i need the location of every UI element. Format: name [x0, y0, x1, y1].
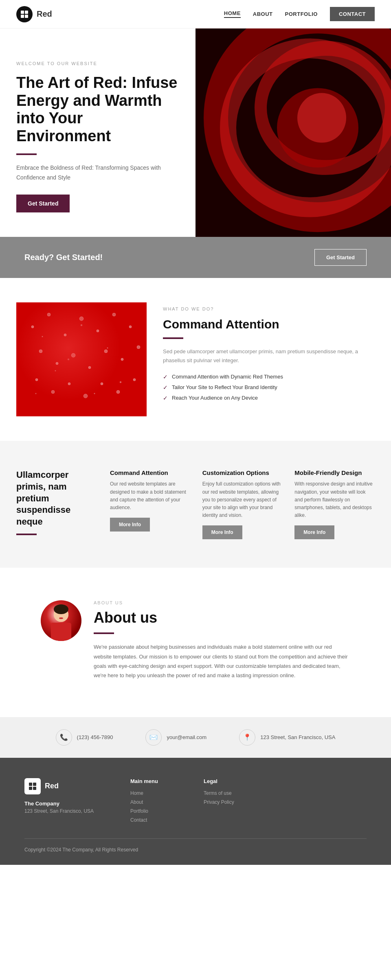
check-icon-1: ✓ — [163, 374, 168, 380]
svg-rect-0 — [21, 11, 24, 14]
about-inner: ABOUT US About us We're passionate about… — [41, 600, 350, 680]
feature-card-3: Mobile-Friendly Design With responsive d… — [294, 469, 375, 539]
contact-info: 📞 (123) 456-7890 ✉️ your@email.com 📍 123… — [0, 717, 391, 758]
what-eyebrow: WHAT DO WE DO? — [163, 306, 375, 311]
what-desc: Sed pede ullamcorper amet ullamcorper pr… — [163, 347, 375, 365]
address-icon-wrap: 📍 — [239, 729, 255, 746]
footer-address: 123 Street, San Francisco, USA — [24, 808, 106, 814]
svg-rect-38 — [33, 783, 36, 786]
footer: Red The Company 123 Street, San Francisc… — [0, 758, 391, 865]
logo-svg — [20, 9, 29, 19]
svg-rect-10 — [16, 302, 147, 416]
about-text-block: ABOUT US About us We're passionate about… — [94, 600, 350, 680]
footer-logo: Red — [24, 778, 106, 794]
svg-point-15 — [97, 330, 99, 332]
footer-link-portfolio[interactable]: Portfolio — [130, 808, 179, 814]
svg-point-18 — [39, 350, 42, 353]
feature-card-title-3: Mobile-Friendly Design — [294, 469, 375, 476]
about-avatar-image — [41, 600, 81, 641]
email-icon: ✉️ — [149, 733, 158, 741]
list-item: ✓ Command Attention with Dynamic Red The… — [163, 374, 375, 380]
svg-point-13 — [64, 334, 66, 336]
contact-button[interactable]: CONTACT — [330, 7, 375, 21]
nav-about[interactable]: ABOUT — [253, 11, 273, 17]
feature-card-title-2: Customization Options — [202, 469, 283, 476]
footer-link-contact[interactable]: Contact — [130, 817, 179, 823]
list-item: ✓ Tailor Your Site to Reflect Your Brand… — [163, 384, 375, 391]
location-icon: 📍 — [243, 733, 251, 741]
svg-point-16 — [112, 313, 116, 316]
svg-point-19 — [56, 362, 58, 365]
what-image — [16, 302, 147, 416]
hero-title: The Art of Red: Infuse Energy and Warmth… — [16, 74, 179, 145]
footer-main-menu: Main menu Home About Portfolio Contact — [130, 778, 179, 826]
list-item-text-2: Tailor Your Site to Reflect Your Brand I… — [172, 384, 277, 390]
email-icon-wrap: ✉️ — [145, 729, 162, 746]
svg-rect-1 — [25, 11, 28, 14]
hero-description: Embrace the Boldness of Red: Transformin… — [16, 163, 179, 183]
contact-address: 📍 123 Street, San Francisco, USA — [239, 729, 335, 746]
feature-card-desc-2: Enjoy full customization options with ou… — [202, 480, 283, 519]
svg-point-21 — [88, 366, 91, 369]
about-title: About us — [94, 609, 350, 626]
check-icon-3: ✓ — [163, 395, 168, 401]
footer-link-home[interactable]: Home — [130, 790, 179, 796]
svg-rect-39 — [29, 787, 32, 790]
svg-point-25 — [35, 378, 38, 381]
svg-point-12 — [47, 313, 51, 316]
features-headline-text: Ullamcorper primis, nam pretium suspendi… — [16, 469, 98, 527]
phone-icon: 📞 — [60, 733, 68, 741]
svg-point-28 — [83, 394, 88, 398]
hero-eyebrow: WELCOME TO OUR WEBSITE — [16, 61, 179, 66]
svg-point-26 — [51, 390, 55, 394]
footer-copyright: Copyright ©2024 The Company, All Rights … — [24, 847, 367, 853]
about-avatar — [41, 600, 81, 641]
what-list: ✓ Command Attention with Dynamic Red The… — [163, 374, 375, 401]
footer-legal: Legal Terms of use Privacy Policy — [204, 778, 253, 826]
features-headline: Ullamcorper primis, nam pretium suspendi… — [16, 469, 98, 535]
what-content: WHAT DO WE DO? Command Attention Sed ped… — [163, 302, 375, 405]
hero-svg — [196, 28, 391, 237]
svg-point-36 — [59, 617, 63, 619]
footer-link-privacy[interactable]: Privacy Policy — [204, 799, 253, 805]
svg-point-35 — [54, 604, 68, 614]
feature-more-btn-2[interactable]: More Info — [202, 525, 242, 539]
logo-icon — [16, 6, 33, 22]
about-divider — [94, 632, 114, 634]
footer-logo-text: Red — [45, 782, 59, 790]
phone-icon-wrap: 📞 — [56, 729, 72, 746]
about-section: ABOUT US About us We're passionate about… — [0, 568, 391, 717]
footer-link-terms[interactable]: Terms of use — [204, 790, 253, 796]
hero-content: WELCOME TO OUR WEBSITE The Art of Red: I… — [0, 28, 196, 237]
footer-logo-svg — [28, 781, 37, 791]
hero-image — [196, 28, 391, 237]
hero-divider — [16, 153, 37, 155]
contact-phone: 📞 (123) 456-7890 — [56, 729, 113, 746]
navbar: Red HOME ABOUT PORTFOLIO CONTACT — [0, 0, 391, 28]
feature-card-desc-1: Our red website templates are designed t… — [110, 480, 190, 512]
footer-link-about[interactable]: About — [130, 799, 179, 805]
svg-rect-33 — [51, 623, 71, 641]
address-text: 123 Street, San Francisco, USA — [260, 734, 335, 740]
hero-curves — [196, 28, 391, 237]
what-svg — [16, 302, 147, 416]
footer-bottom: Copyright ©2024 The Company, All Rights … — [24, 838, 367, 853]
footer-brand: Red The Company 123 Street, San Francisc… — [24, 778, 106, 826]
svg-point-14 — [79, 317, 83, 321]
cta-banner-button[interactable]: Get Started — [314, 249, 367, 266]
what-title: Command Attention — [163, 317, 375, 331]
nav-home[interactable]: HOME — [224, 10, 241, 18]
contact-email: ✉️ your@email.com — [145, 729, 206, 746]
nav-portfolio[interactable]: PORTFOLIO — [285, 11, 318, 17]
logo[interactable]: Red — [16, 6, 52, 22]
hero-cta-button[interactable]: Get Started — [16, 195, 70, 212]
feature-more-btn-3[interactable]: More Info — [294, 525, 334, 539]
svg-point-31 — [133, 378, 136, 381]
svg-point-9 — [297, 93, 346, 143]
footer-company: The Company — [24, 801, 106, 807]
features-section: Ullamcorper primis, nam pretium suspendi… — [0, 441, 391, 568]
feature-more-btn-1[interactable]: More Info — [110, 518, 150, 532]
nav-links: HOME ABOUT PORTFOLIO CONTACT — [224, 7, 375, 21]
svg-point-20 — [71, 353, 75, 357]
svg-point-30 — [116, 390, 120, 394]
